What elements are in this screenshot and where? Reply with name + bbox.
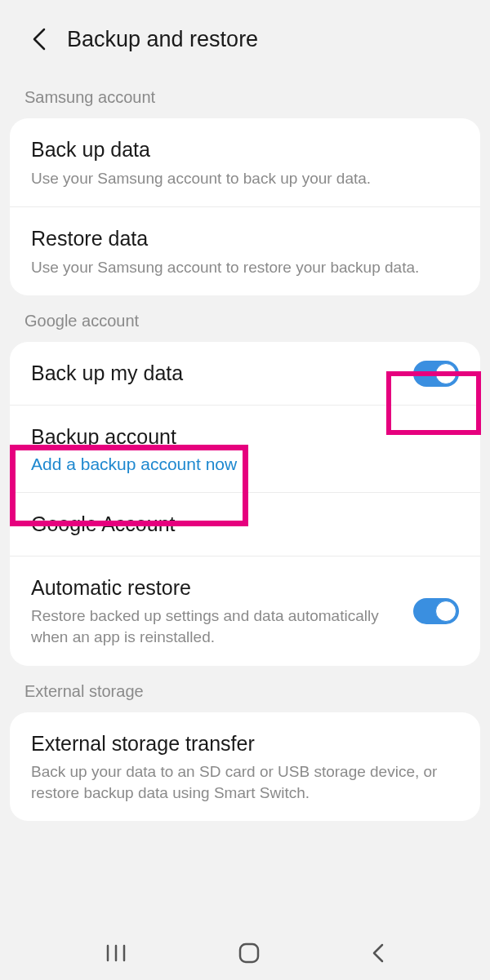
restore-data-item[interactable]: Restore data Use your Samsung account to… [10,207,480,295]
svg-rect-3 [240,944,258,962]
external-card: External storage transfer Back up your d… [10,712,480,822]
automatic-restore-toggle[interactable] [413,598,459,624]
item-subtitle: Back up your data to an SD card or USB s… [31,761,459,803]
google-account-item[interactable]: Google Account [10,493,480,557]
backup-account-item[interactable]: Backup account Add a backup account now [10,406,480,494]
item-title: Google Account [31,511,459,538]
recents-icon [105,944,127,962]
item-subtitle: Restore backed up settings and data auto… [31,605,413,647]
recents-button[interactable] [105,944,127,965]
page-title: Backup and restore [67,27,258,52]
back-button[interactable] [23,23,56,55]
item-title: Backup account [31,423,459,450]
toggle-knob [435,363,457,384]
item-subtitle: Use your Samsung account to back up your… [31,168,459,189]
item-title: Automatic restore [31,574,413,601]
item-subtitle: Use your Samsung account to restore your… [31,257,459,278]
item-text: Restore data Use your Samsung account to… [31,225,459,277]
home-button[interactable] [238,942,261,968]
toggle-knob [435,601,457,622]
item-text: Google Account [31,511,459,538]
google-card: Back up my data Backup account Add a bac… [10,342,480,665]
item-text: Back up my data [31,360,413,387]
home-icon [238,942,261,964]
item-text: External storage transfer Back up your d… [31,730,459,804]
item-title: Back up my data [31,360,413,387]
item-subtitle-link: Add a backup account now [31,455,459,474]
automatic-restore-item[interactable]: Automatic restore Restore backed up sett… [10,557,480,666]
backup-my-data-item[interactable]: Back up my data [10,342,480,406]
external-storage-transfer-item[interactable]: External storage transfer Back up your d… [10,712,480,822]
header: Backup and restore [0,0,490,72]
item-title: External storage transfer [31,730,459,757]
section-label-google: Google account [0,295,490,342]
chevron-left-icon [371,942,385,964]
samsung-card: Back up data Use your Samsung account to… [10,118,480,295]
item-title: Back up data [31,136,459,163]
chevron-left-icon [32,28,47,51]
backup-my-data-toggle[interactable] [413,361,459,387]
section-label-samsung: Samsung account [0,72,490,118]
item-text: Back up data Use your Samsung account to… [31,136,459,188]
section-label-external: External storage [0,666,490,712]
item-text: Backup account Add a backup account now [31,423,459,475]
item-title: Restore data [31,225,459,252]
nav-back-button[interactable] [371,942,385,967]
navigation-bar [0,929,490,980]
backup-data-item[interactable]: Back up data Use your Samsung account to… [10,118,480,207]
item-text: Automatic restore Restore backed up sett… [31,574,413,648]
